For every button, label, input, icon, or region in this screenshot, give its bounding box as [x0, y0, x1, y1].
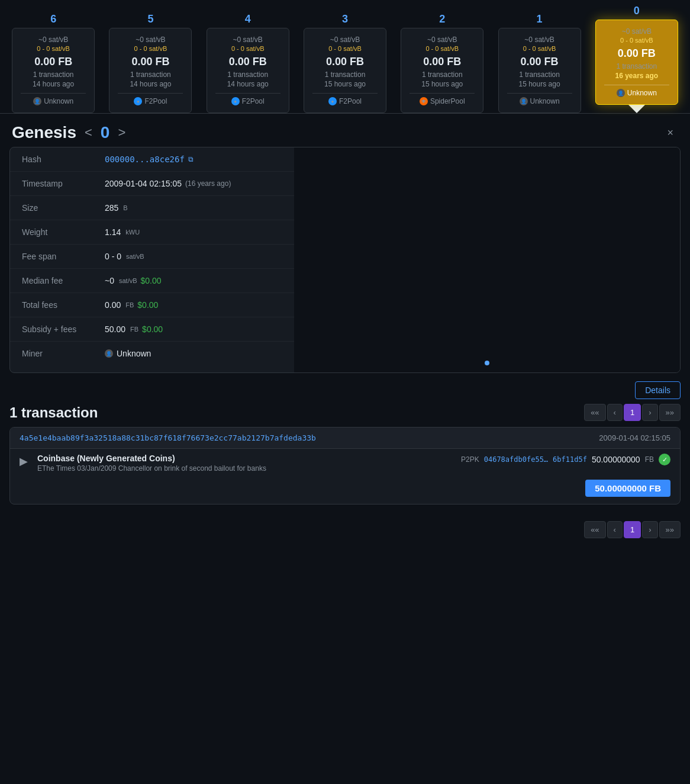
weight-value: 1.14 kWU: [105, 227, 140, 237]
size-row: Size 285 B: [10, 196, 294, 220]
miner-row: 👤 Unknown: [507, 93, 572, 105]
median-fee-sat: ~0: [105, 276, 114, 285]
tx-total-badge: 50.00000000 FB: [585, 480, 670, 497]
details-row: Details: [0, 378, 690, 404]
miner-row: ● F2Pool: [312, 93, 378, 105]
bottom-page-next-btn[interactable]: ›: [642, 521, 657, 538]
fb-amount: 0.00 FB: [410, 56, 475, 68]
block-card-3[interactable]: ~0 sat/vB 0 - 0 sat/vB 0.00 FB 1 transac…: [304, 28, 386, 113]
total-fees-value: 0.00 FB $0.00: [105, 300, 158, 310]
tx-count: 1 transaction: [21, 70, 86, 79]
block-card-0[interactable]: ~0 sat/vB 0 - 0 sat/vB 0.00 FB 1 transac…: [595, 20, 678, 105]
time-ago: 14 hours ago: [118, 80, 183, 88]
block-card-5[interactable]: ~0 sat/vB 0 - 0 sat/vB 0.00 FB 1 transac…: [109, 28, 192, 113]
tx-count: 1 transaction: [604, 62, 669, 70]
miner-icon-4: ●: [231, 97, 240, 105]
subsidy-amount: 50.00: [105, 324, 125, 334]
median-fee-value: ~0 sat/vB $0.00: [105, 276, 162, 285]
bottom-page-prev-btn[interactable]: ‹: [607, 521, 623, 538]
miner-icon-6: 👤: [33, 97, 41, 105]
miner-icon-3: ●: [328, 97, 337, 105]
bottom-page-first-btn[interactable]: ««: [584, 521, 605, 538]
bottom-page-last-btn[interactable]: »»: [659, 521, 681, 538]
block-card-6[interactable]: ~0 sat/vB 0 - 0 sat/vB 0.00 FB 1 transac…: [12, 28, 95, 113]
page-next-btn[interactable]: ›: [642, 404, 657, 421]
tx-card: 4a5e1e4baab89f3a32518a88c31bc87f618f7667…: [9, 427, 681, 505]
block-card-2[interactable]: ~0 sat/vB 0 - 0 sat/vB 0.00 FB 1 transac…: [401, 28, 483, 113]
total-fees-label: Total fees: [22, 300, 105, 310]
fee-span-value: 0 - 0 sat/vB: [105, 252, 144, 261]
page-last-btn[interactable]: »»: [659, 404, 681, 421]
blocks-row: 6 ~0 sat/vB 0 - 0 sat/vB 0.00 FB 1 trans…: [0, 0, 690, 113]
timestamp-ago: (16 years ago): [185, 179, 231, 188]
timestamp-text: 2009-01-04 02:15:05: [105, 179, 182, 188]
tx-address-link-2[interactable]: 6bf11d5f: [553, 455, 587, 464]
tx-address-link-1[interactable]: 04678afdb0fe55…: [484, 455, 548, 464]
block-info-table: Hash 000000...a8ce26f ⧉ Timestamp 2009-0…: [10, 147, 294, 372]
sat-rate: ~0 sat/vB: [312, 36, 378, 44]
hash-value: 000000...a8ce26f ⧉: [105, 155, 194, 164]
fb-amount: 0.00 FB: [215, 56, 280, 68]
tx-coinbase-label: Coinbase (Newly Generated Coins): [37, 454, 452, 463]
tx-amount-unit: FB: [645, 455, 654, 464]
page-prev-btn[interactable]: ‹: [607, 404, 623, 421]
bottom-page-current-btn[interactable]: 1: [624, 521, 641, 538]
fee-span-unit: sat/vB: [126, 253, 144, 260]
fee-span-text: 0 - 0: [105, 252, 121, 261]
details-button[interactable]: Details: [635, 381, 681, 399]
tx-count: 1 transaction: [312, 70, 378, 79]
block-number-5: 5: [147, 13, 153, 25]
timestamp-row: Timestamp 2009-01-04 02:15:05 (16 years …: [10, 172, 294, 196]
sat-rate: ~0 sat/vB: [604, 27, 669, 36]
fee-range: 0 - 0 sat/vB: [312, 45, 378, 52]
total-fees-unit: FB: [125, 301, 134, 309]
page-first-btn[interactable]: ««: [584, 404, 605, 421]
hash-link[interactable]: 000000...a8ce26f: [105, 155, 185, 164]
time-ago: 15 hours ago: [312, 80, 378, 88]
miner-name: Unknown: [117, 349, 151, 358]
tx-id-link[interactable]: 4a5e1e4baab89f3a32518a88c31bc87f618f7667…: [20, 433, 316, 442]
fb-amount: 0.00 FB: [507, 56, 572, 68]
miner-row: ● F2Pool: [215, 93, 280, 105]
block-detail-panel: Hash 000000...a8ce26f ⧉ Timestamp 2009-0…: [9, 147, 681, 373]
tx-total-amount: 50.00000000: [595, 483, 647, 493]
tx-timestamp: 2009-01-04 02:15:05: [599, 433, 670, 442]
weight-row: Weight 1.14 kWU: [10, 220, 294, 245]
miner-name-1: Unknown: [530, 97, 560, 105]
miner-icon-2: 🕷: [420, 97, 428, 105]
miner-row: 👤 Unknown: [21, 93, 86, 105]
miner-name-2: SpiderPool: [430, 97, 465, 105]
genesis-title: Genesis < 0 >: [12, 123, 129, 142]
block-card-4[interactable]: ~0 sat/vB 0 - 0 sat/vB 0.00 FB 1 transac…: [207, 28, 289, 113]
weight-number: 1.14: [105, 227, 121, 237]
median-fee-unit: sat/vB: [119, 277, 137, 284]
tx-output-amount: 50.00000000: [592, 455, 640, 464]
genesis-next-btn[interactable]: >: [114, 124, 129, 142]
block-card-wrapper-2: 2 ~0 sat/vB 0 - 0 sat/vB 0.00 FB 1 trans…: [401, 13, 483, 113]
copy-icon[interactable]: ⧉: [188, 155, 194, 163]
tx-expand-icon[interactable]: ▶: [20, 455, 28, 468]
tx-header: 1 transaction «« ‹ 1 › »»: [9, 404, 681, 421]
genesis-prev-btn[interactable]: <: [81, 124, 96, 142]
fee-span-label: Fee span: [22, 252, 105, 261]
total-fees-row: Total fees 0.00 FB $0.00: [10, 293, 294, 317]
tx-count: 1 transaction: [410, 70, 475, 79]
block-visualization: [294, 147, 680, 372]
miner-label: Miner: [22, 349, 105, 358]
tx-total-row: 50.00000000 FB: [10, 475, 680, 504]
hash-row: Hash 000000...a8ce26f ⧉: [10, 147, 294, 172]
tx-output-type: P2PK: [461, 455, 479, 464]
median-fee-label: Median fee: [22, 276, 105, 285]
sat-rate: ~0 sat/vB: [21, 36, 86, 44]
block-card-wrapper-3: 3 ~0 sat/vB 0 - 0 sat/vB 0.00 FB 1 trans…: [304, 13, 386, 113]
block-card-1[interactable]: ~0 sat/vB 0 - 0 sat/vB 0.00 FB 1 transac…: [498, 28, 581, 113]
genesis-number: 0: [101, 123, 110, 142]
page-current-btn[interactable]: 1: [624, 404, 641, 421]
fee-span-row: Fee span 0 - 0 sat/vB: [10, 245, 294, 269]
close-button[interactable]: ×: [662, 124, 678, 142]
subsidy-label: Subsidy + fees: [22, 324, 105, 334]
sat-rate: ~0 sat/vB: [215, 36, 280, 44]
block-card-wrapper-5: 5 ~0 sat/vB 0 - 0 sat/vB 0.00 FB 1 trans…: [109, 13, 192, 113]
weight-label: Weight: [22, 227, 105, 237]
miner-icon-0: 👤: [617, 89, 625, 97]
